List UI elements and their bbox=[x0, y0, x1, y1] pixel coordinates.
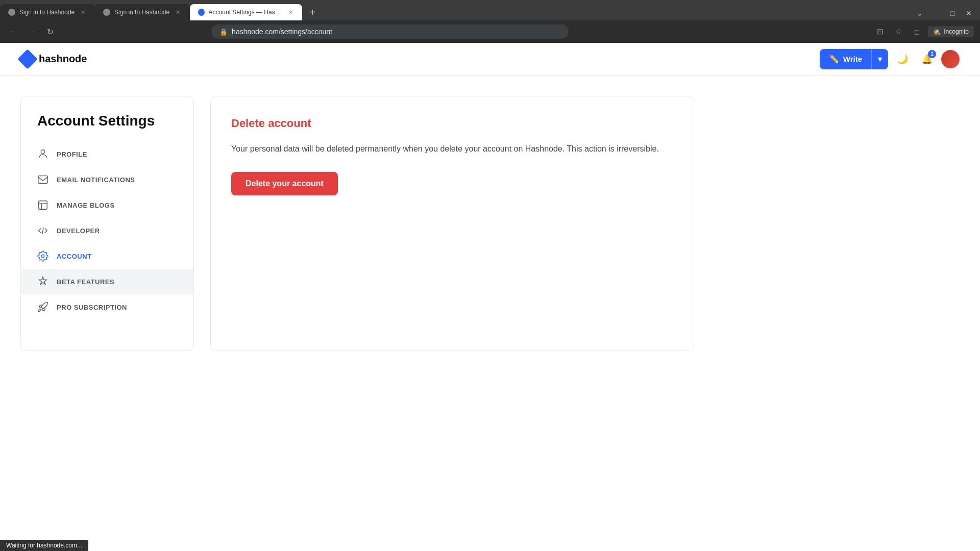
sidebar-item-developer[interactable]: DEVELOPER bbox=[21, 218, 193, 243]
tab-3-title: Account Settings — Hashnode bbox=[209, 9, 283, 16]
tab-1-close[interactable]: ✕ bbox=[79, 8, 87, 16]
reload-button[interactable]: ↻ bbox=[43, 24, 57, 39]
sidebar-title: Account Settings bbox=[21, 113, 193, 141]
tab-1-favicon bbox=[8, 9, 15, 16]
logo[interactable]: hashnode bbox=[20, 52, 87, 66]
logo-text: hashnode bbox=[39, 53, 87, 65]
svg-rect-1 bbox=[38, 176, 47, 184]
tab-1-title: Sign in to Hashnode bbox=[19, 9, 75, 16]
cast-icon[interactable]: ⊡ bbox=[873, 24, 887, 39]
incognito-label: Incognito bbox=[944, 28, 969, 35]
sidebar-item-beta-label: BETA FEATURES bbox=[57, 278, 114, 286]
tab-bar-menu[interactable]: ⌄ bbox=[913, 6, 927, 20]
address-bar[interactable]: 🔒 hashnode.com/settings/account bbox=[211, 24, 569, 39]
sidebar-item-account[interactable]: ACCOUNT bbox=[21, 243, 193, 269]
delete-account-title: Delete account bbox=[231, 117, 673, 130]
back-button[interactable]: ← bbox=[6, 24, 20, 39]
minimize-button[interactable]: — bbox=[929, 6, 943, 20]
user-icon bbox=[37, 148, 48, 160]
write-btn-main: ✏️ Write bbox=[820, 49, 871, 69]
sidebar-item-profile-label: PROFILE bbox=[57, 151, 87, 158]
incognito-badge[interactable]: 🕵 Incognito bbox=[928, 26, 974, 37]
sidebar-item-profile[interactable]: PROFILE bbox=[21, 141, 193, 167]
mail-icon bbox=[37, 174, 48, 185]
new-tab-button[interactable]: + bbox=[304, 4, 321, 20]
tab-3[interactable]: Account Settings — Hashnode ✕ bbox=[190, 4, 302, 20]
svg-point-6 bbox=[41, 255, 44, 258]
sidebar-item-pro-subscription[interactable]: PRO SUBSCRIPTION bbox=[21, 294, 193, 320]
maximize-button[interactable]: □ bbox=[945, 6, 960, 20]
write-button[interactable]: ✏️ Write ▾ bbox=[820, 49, 888, 69]
tab-3-close[interactable]: ✕ bbox=[287, 8, 294, 16]
status-bar: Waiting for hashnode.com... bbox=[0, 540, 88, 551]
settings-sidebar: Account Settings PROFILE bbox=[20, 96, 194, 351]
tab-3-favicon bbox=[198, 9, 204, 16]
sidebar-item-account-label: ACCOUNT bbox=[57, 253, 92, 260]
delete-account-button[interactable]: Delete your account bbox=[231, 172, 338, 195]
write-dropdown-arrow[interactable]: ▾ bbox=[872, 49, 888, 69]
tab-2[interactable]: Sign in to Hashnode ✕ bbox=[95, 4, 190, 20]
url-text: hashnode.com/settings/account bbox=[232, 28, 332, 36]
rocket-icon bbox=[37, 302, 48, 313]
notifications[interactable]: 🔔 1 bbox=[913, 49, 937, 69]
content-area: Delete account Your personal data will b… bbox=[210, 96, 694, 351]
close-button[interactable]: ✕ bbox=[962, 6, 976, 20]
pencil-icon: ✏️ bbox=[829, 54, 839, 64]
sidebar-item-email-label: EMAIL NOTIFICATIONS bbox=[57, 176, 135, 184]
sidebar-item-pro-label: PRO SUBSCRIPTION bbox=[57, 304, 127, 311]
delete-account-description: Your personal data will be deleted perma… bbox=[231, 142, 665, 156]
tab-2-favicon bbox=[103, 9, 110, 16]
sidebar-item-manage-blogs[interactable]: MANAGE BLOGS bbox=[21, 192, 193, 218]
navbar: hashnode ✏️ Write ▾ 🌙 🔔 1 bbox=[0, 43, 980, 76]
tab-2-title: Sign in to Hashnode bbox=[114, 9, 169, 16]
svg-point-0 bbox=[41, 150, 44, 154]
extensions-icon[interactable]: □ bbox=[910, 24, 924, 39]
sidebar-item-email-notifications[interactable]: EMAIL NOTIFICATIONS bbox=[21, 167, 193, 192]
sidebar-item-beta-features[interactable]: BETA FEATURES bbox=[21, 269, 193, 294]
tab-1[interactable]: Sign in to Hashnode ✕ bbox=[0, 4, 95, 20]
write-label: Write bbox=[843, 55, 862, 63]
avatar-image bbox=[941, 50, 960, 68]
sidebar-item-developer-label: DEVELOPER bbox=[57, 227, 100, 235]
dark-mode-toggle[interactable]: 🌙 bbox=[892, 49, 913, 69]
avatar[interactable] bbox=[941, 50, 960, 68]
lock-icon: 🔒 bbox=[219, 28, 228, 36]
code-icon bbox=[37, 225, 48, 236]
bookmark-icon[interactable]: ☆ bbox=[891, 24, 905, 39]
svg-rect-2 bbox=[39, 201, 47, 210]
forward-button[interactable]: → bbox=[24, 24, 39, 39]
svg-line-5 bbox=[42, 228, 43, 234]
status-text: Waiting for hashnode.com... bbox=[6, 542, 82, 549]
page-content: hashnode ✏️ Write ▾ 🌙 🔔 1 Account Sett bbox=[0, 43, 980, 551]
gear-icon bbox=[37, 251, 48, 262]
beta-icon bbox=[37, 276, 48, 287]
notification-badge: 1 bbox=[928, 50, 936, 58]
main-layout: Account Settings PROFILE bbox=[0, 76, 715, 371]
blog-icon bbox=[37, 199, 48, 211]
moon-icon: 🌙 bbox=[897, 54, 908, 65]
logo-diamond-icon bbox=[17, 49, 38, 69]
tab-2-close[interactable]: ✕ bbox=[174, 8, 182, 16]
sidebar-nav: PROFILE EMAIL NOTIFICATIONS bbox=[21, 141, 193, 320]
incognito-icon: 🕵 bbox=[933, 28, 941, 35]
sidebar-item-blogs-label: MANAGE BLOGS bbox=[57, 202, 115, 209]
